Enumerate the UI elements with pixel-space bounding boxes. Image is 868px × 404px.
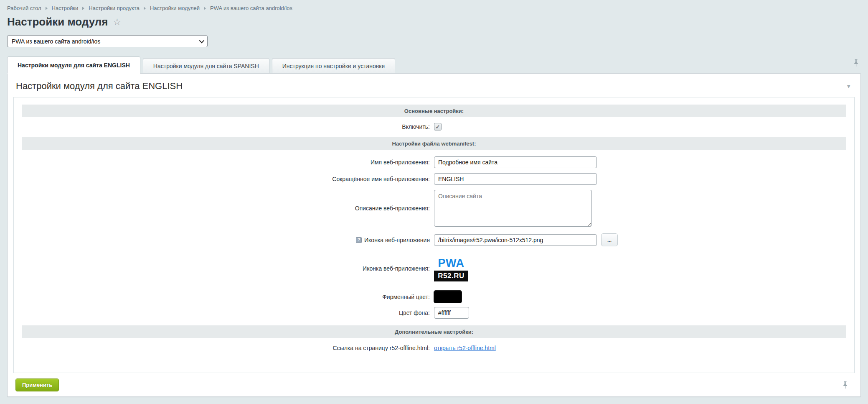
breadcrumb-item-desktop[interactable]: Рабочий стол [7, 5, 41, 11]
enable-label: Включить: [22, 123, 434, 130]
breadcrumb: Рабочий стол Настройки Настройки продукт… [0, 0, 868, 11]
tab-settings-english[interactable]: Настройки модуля для сайта ENGLISH [7, 56, 140, 74]
breadcrumb-separator-icon [46, 7, 48, 10]
pwa-icon-text-top: PWA [434, 256, 468, 271]
description-textarea[interactable]: Описание сайта [434, 190, 592, 227]
chevron-down-icon [199, 38, 205, 43]
breadcrumb-item-current: PWA из вашего сайта android/ios [210, 5, 292, 11]
pin-icon[interactable] [843, 381, 848, 389]
breadcrumb-separator-icon [144, 7, 146, 10]
settings-form: Основные настройки: Включить: ✓ Настройк… [13, 97, 855, 373]
collapse-triangle-icon[interactable]: ▼ [846, 83, 851, 89]
enable-checkbox[interactable]: ✓ [434, 123, 442, 130]
help-icon[interactable]: ? [356, 237, 362, 243]
panel-title: Настройки модуля для сайта ENGLISH [16, 81, 183, 92]
icon-path-input[interactable] [434, 234, 597, 246]
icon-path-label: Иконка веб-приложения [364, 237, 430, 243]
tab-settings-spanish[interactable]: Настройки модуля для сайта SPANISH [143, 58, 269, 74]
page-title: Настройки модуля [7, 15, 108, 28]
section-additional: Дополнительные настройки: [22, 325, 846, 338]
module-select-value: PWA из вашего сайта android/ios [12, 38, 100, 45]
breadcrumb-item-product-settings[interactable]: Настройки продукта [89, 5, 140, 11]
theme-color-label: Фирменный цвет: [22, 294, 434, 300]
settings-panel: Настройки модуля для сайта ENGLISH ▼ Осн… [7, 73, 861, 397]
favorite-star-icon[interactable]: ☆ [113, 18, 121, 27]
offline-link-label: Ссылка на страницу r52-offline.html: [22, 345, 434, 351]
module-select[interactable]: PWA из вашего сайта android/ios [7, 35, 208, 47]
tab-instructions[interactable]: Инструкция по настройке и установке [272, 58, 395, 74]
apply-button[interactable]: Применить [15, 378, 59, 391]
breadcrumb-item-module-settings[interactable]: Настройки модулей [150, 5, 200, 11]
app-name-input[interactable] [434, 156, 597, 168]
short-name-input[interactable] [434, 173, 597, 185]
icon-preview-label: Иконка веб-приложения: [22, 265, 434, 272]
description-label: Описание веб-приложения: [22, 205, 434, 212]
short-name-label: Сокращённое имя веб-приложения: [22, 176, 434, 182]
breadcrumb-item-settings[interactable]: Настройки [52, 5, 79, 11]
breadcrumb-separator-icon [82, 7, 84, 10]
offline-page-link[interactable]: открыть r52-offline.html [434, 345, 496, 351]
breadcrumb-separator-icon [204, 7, 206, 10]
pwa-icon-text-bottom: R52.RU [434, 271, 468, 281]
section-general: Основные настройки: [22, 105, 846, 117]
browse-file-button[interactable]: ... [601, 233, 618, 246]
section-webmanifest: Настройки файла webmanifest: [22, 137, 846, 150]
app-name-label: Имя веб-приложения: [22, 159, 434, 166]
bg-color-input[interactable] [434, 307, 469, 319]
pwa-icon-preview: PWA R52.RU [434, 256, 468, 281]
theme-color-swatch[interactable] [434, 291, 462, 303]
bg-color-label: Цвет фона: [22, 309, 434, 316]
